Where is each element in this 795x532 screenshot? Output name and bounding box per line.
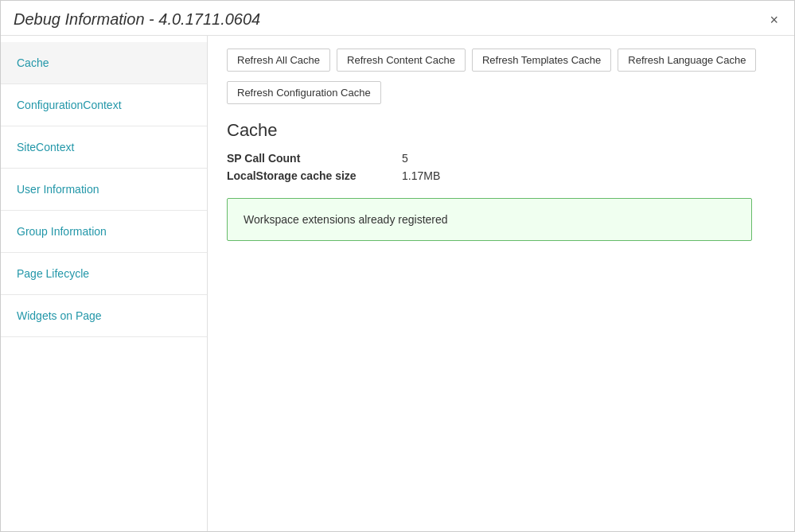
close-button[interactable]: × <box>766 11 781 29</box>
title-bar: Debug Information - 4.0.1711.0604 × <box>1 1 794 36</box>
refresh-content-cache-button[interactable]: Refresh Content Cache <box>337 49 466 72</box>
main-content: Refresh All Cache Refresh Content Cache … <box>208 36 794 531</box>
notification-box: Workspace extensions already registered <box>227 198 752 241</box>
sidebar-item-configurationcontext[interactable]: ConfigurationContext <box>1 84 207 126</box>
second-button-row: Refresh Configuration Cache <box>227 81 775 104</box>
refresh-templates-cache-button[interactable]: Refresh Templates Cache <box>472 49 611 72</box>
refresh-all-cache-button[interactable]: Refresh All Cache <box>227 49 330 72</box>
cache-button-row: Refresh All Cache Refresh Content Cache … <box>227 49 775 72</box>
dialog-body: Cache ConfigurationContext SiteContext U… <box>1 36 794 531</box>
sidebar-item-cache[interactable]: Cache <box>1 42 207 84</box>
sidebar: Cache ConfigurationContext SiteContext U… <box>1 36 208 531</box>
sidebar-item-group-information[interactable]: Group Information <box>1 211 207 253</box>
sp-call-row: SP Call Count 5 <box>227 152 775 165</box>
debug-dialog: Debug Information - 4.0.1711.0604 × Cach… <box>0 0 795 532</box>
notification-message: Workspace extensions already registered <box>244 213 448 226</box>
sp-call-label: SP Call Count <box>227 152 402 165</box>
local-storage-value: 1.17MB <box>402 169 440 182</box>
local-storage-label: LocalStorage cache size <box>227 169 402 182</box>
sidebar-item-widgets-on-page[interactable]: Widgets on Page <box>1 295 207 337</box>
cache-section-title: Cache <box>227 120 775 141</box>
local-storage-row: LocalStorage cache size 1.17MB <box>227 169 775 182</box>
refresh-configuration-cache-button[interactable]: Refresh Configuration Cache <box>227 81 381 104</box>
cache-info-table: Cache SP Call Count 5 LocalStorage cache… <box>227 120 775 182</box>
sp-call-value: 5 <box>402 152 408 165</box>
refresh-language-cache-button[interactable]: Refresh Language Cache <box>618 49 756 72</box>
sidebar-item-user-information[interactable]: User Information <box>1 169 207 211</box>
sidebar-item-sitecontext[interactable]: SiteContext <box>1 126 207 169</box>
dialog-title: Debug Information - 4.0.1711.0604 <box>14 10 260 29</box>
sidebar-item-page-lifecycle[interactable]: Page Lifecycle <box>1 253 207 295</box>
